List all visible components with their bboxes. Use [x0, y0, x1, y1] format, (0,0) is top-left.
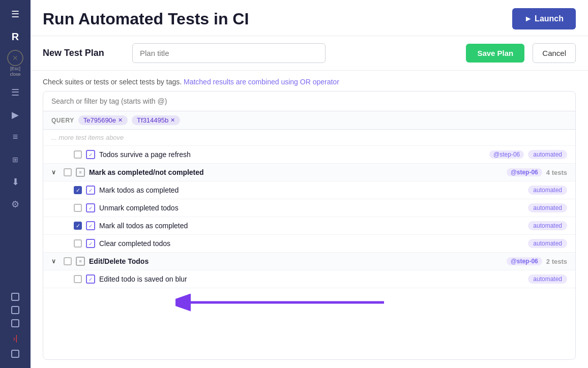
step-tag: @step-06: [507, 257, 542, 265]
close-icon[interactable]: ✕: [7, 50, 23, 66]
count-badge: 4 tests: [546, 169, 567, 176]
instructions: Check suites or tests or select tests by…: [31, 71, 588, 91]
plan-label: New Test Plan: [43, 48, 124, 58]
save-plan-button[interactable]: Save Plan: [466, 44, 524, 63]
test-icon: ✓: [86, 239, 95, 248]
list-item: ✓ Edited todo is saved on blur automated: [43, 270, 575, 288]
logo-icon: R: [6, 27, 24, 46]
main-content: Run Automated Tests in CI ► Launch New T…: [31, 0, 588, 368]
checkbox-clear[interactable]: [74, 239, 82, 248]
instructions-highlight: Matched results are combined using OR op…: [184, 78, 339, 86]
checkbox-unmark[interactable]: [74, 204, 82, 212]
test-name: Mark all todos as completed: [99, 222, 524, 230]
filter-area: QUERY Te795690e ✕ Tf314495b ✕ ... more t…: [43, 91, 576, 360]
automated-badge: automated: [528, 221, 567, 230]
layers-icon[interactable]: ⊞: [6, 150, 24, 169]
automated-badge: automated: [528, 186, 567, 195]
query-tag-1[interactable]: Te795690e ✕: [78, 115, 128, 125]
suite-name: Mark as completed/not completed: [89, 168, 503, 176]
close-label: [Esc]close: [10, 66, 20, 77]
page-title: Run Automated Tests in CI: [43, 10, 504, 28]
checkbox-edit-suite[interactable]: [64, 257, 72, 265]
truncated-items: ... more test items above: [43, 130, 575, 146]
step-tag: @step-06: [489, 150, 524, 159]
sidebar-checkboxes: ›|: [6, 293, 24, 363]
automated-badge: automated: [528, 203, 567, 212]
test-name: Mark todos as completed: [99, 186, 524, 194]
test-icon: ✓: [86, 186, 95, 195]
sidebar-checkbox-3[interactable]: [11, 319, 19, 327]
list-item: ✓ Mark all todos as completed automated: [43, 217, 575, 235]
suite-chevron[interactable]: ∨: [51, 169, 60, 176]
suite-icon: ≡: [76, 168, 85, 177]
list-item: ✓ Todos survive a page refresh @step-06 …: [43, 146, 575, 164]
menu-icon[interactable]: ☰: [6, 5, 24, 23]
list-item: ✓ Unmark completed todos automated: [43, 199, 575, 217]
header: Run Automated Tests in CI ► Launch: [31, 0, 588, 36]
list-item: ✓ Clear completed todos automated: [43, 235, 575, 253]
test-name: Unmark completed todos: [99, 204, 524, 212]
query-row: QUERY Te795690e ✕ Tf314495b ✕: [43, 111, 575, 130]
instructions-text: Check suites or tests or select tests by…: [43, 78, 182, 86]
checkbox-edited-todo[interactable]: [74, 275, 82, 283]
suite-name: Edit/Delete Todos: [89, 257, 503, 265]
sidebar-checkbox-1[interactable]: [11, 293, 19, 301]
expand-button[interactable]: ›|: [6, 332, 24, 345]
download-icon[interactable]: ⬇: [6, 173, 24, 191]
count-badge: 2 tests: [546, 258, 567, 265]
cancel-button[interactable]: Cancel: [533, 43, 576, 63]
test-name: Todos survive a page refresh: [99, 150, 485, 159]
lines-icon[interactable]: ≡: [6, 128, 24, 146]
checkbox-mark-all[interactable]: [74, 222, 82, 230]
plan-title-input[interactable]: [132, 43, 326, 63]
sidebar: ☰ R ✕ [Esc]close ☰ ▶ ≡ ⊞ ⬇ ⚙ ›|: [0, 0, 31, 368]
sidebar-checkbox-2[interactable]: [11, 306, 19, 314]
checkbox-mark-todos[interactable]: [74, 186, 82, 194]
list-item: ∨ ≡ Edit/Delete Todos @step-06 2 tests: [43, 253, 575, 270]
suite-chevron[interactable]: ∨: [51, 258, 60, 265]
query-tag-2-remove[interactable]: ✕: [170, 117, 175, 124]
query-tag-1-remove[interactable]: ✕: [118, 117, 123, 124]
gear-icon[interactable]: ⚙: [6, 195, 24, 213]
play-icon[interactable]: ▶: [6, 106, 24, 124]
search-input[interactable]: [51, 97, 567, 105]
content-area: QUERY Te795690e ✕ Tf314495b ✕ ... more t…: [31, 91, 588, 368]
arrow-annotation: [175, 282, 389, 325]
sidebar-checkbox-4[interactable]: [11, 350, 19, 358]
step-tag: @step-06: [507, 168, 542, 176]
launch-button[interactable]: ► Launch: [512, 8, 576, 29]
test-name: Edited todo is saved on blur: [99, 275, 524, 283]
query-tag-2[interactable]: Tf314495b ✕: [132, 115, 180, 125]
tests-list: ... more test items above ✓ Todos surviv…: [43, 130, 575, 359]
purple-arrow-svg: [175, 282, 389, 323]
query-label: QUERY: [51, 117, 74, 124]
checkbox-mark-suite[interactable]: [64, 168, 72, 176]
automated-badge: automated: [528, 239, 567, 248]
list-item: ✓ Mark todos as completed automated: [43, 181, 575, 199]
test-icon: ✓: [86, 221, 95, 230]
test-icon: ✓: [86, 150, 95, 159]
list-icon[interactable]: ☰: [6, 83, 24, 102]
automated-badge: automated: [528, 274, 567, 284]
plan-row: New Test Plan Save Plan Cancel: [31, 36, 588, 71]
automated-badge: automated: [528, 150, 567, 159]
test-name: Clear completed todos: [99, 239, 524, 248]
search-bar: [43, 91, 575, 111]
checkbox-todos-survive[interactable]: [74, 150, 82, 159]
list-item: ∨ ≡ Mark as completed/not completed @ste…: [43, 164, 575, 181]
test-icon: ✓: [86, 203, 95, 212]
suite-icon: ≡: [76, 257, 85, 266]
test-icon: ✓: [86, 274, 95, 284]
